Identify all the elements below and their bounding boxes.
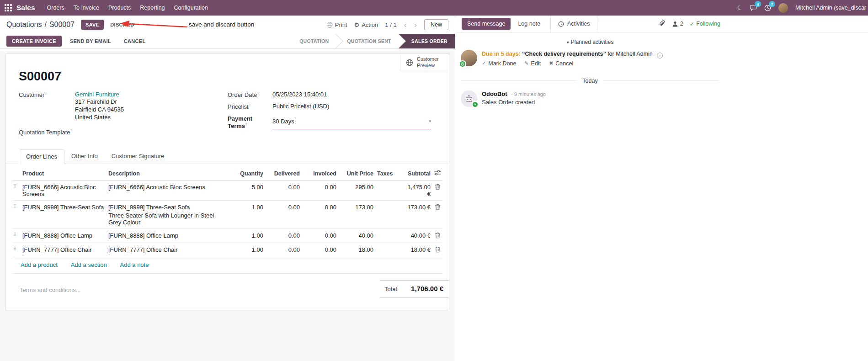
menu-reporting[interactable]: Reporting [135,0,169,16]
user-avatar[interactable] [778,3,788,13]
cell-quantity[interactable]: 1.00 [229,243,265,257]
user-name[interactable]: Mitchell Admin (save_discar [795,5,866,11]
add-note-link[interactable]: Add a note [120,261,149,268]
add-product-link[interactable]: Add a product [21,261,58,268]
customer-preview-button[interactable]: Customer Preview [400,54,449,71]
following-button[interactable]: ✓ Following [690,21,720,27]
drag-handle-icon[interactable]: ⠿ [12,201,21,229]
menu-to-invoice[interactable]: To Invoice [69,0,104,16]
cell-subtotal: 40.00 € [402,229,432,243]
cancel-button[interactable]: CANCEL [119,36,150,47]
pager: 1 / 1 [385,21,396,28]
help-icon: ? [257,91,259,96]
message-author: OdooBot [482,90,507,97]
cell-quantity[interactable]: 5.00 [229,180,265,201]
menu-products[interactable]: Products [104,0,135,16]
edit-activity-button[interactable]: ✎Edit [524,60,541,67]
pager-previous-button[interactable]: ‹ [404,21,407,29]
info-icon[interactable]: i [657,53,663,58]
globe-icon [406,59,413,66]
cell-taxes[interactable] [375,243,402,257]
activities-clock-icon[interactable]: 2 [764,5,771,11]
stage-quotation[interactable]: QUOTATION [288,34,336,48]
col-subtotal: Subtotal [402,166,432,180]
drag-handle-icon[interactable]: ⠿ [12,180,21,201]
cell-description[interactable]: [FURN_7777] Office Chair [107,243,229,257]
payment-terms-input[interactable]: 30 Days ▾ [272,115,431,129]
cell-taxes[interactable] [375,229,402,243]
action-button[interactable]: ⚙ Action [354,21,378,28]
messages-icon[interactable]: 4 [750,5,757,11]
pager-next-button[interactable]: › [414,21,417,29]
cell-taxes[interactable] [375,201,402,229]
tab-order-lines[interactable]: Order Lines [19,149,64,164]
discard-button[interactable]: DISCARD [110,22,134,27]
dropdown-caret-icon[interactable]: ▾ [429,119,431,123]
send-message-button[interactable]: Send message [462,18,511,30]
attachments-button[interactable] [659,20,666,28]
drag-handle-icon[interactable]: ⠿ [12,229,21,243]
sliders-icon [434,170,441,175]
cell-description[interactable]: [FURN_8888] Office Lamp [107,229,229,243]
cell-delivered: 0.00 [265,180,302,201]
cell-unit-price[interactable]: 40.00 [338,229,375,243]
cell-unit-price[interactable]: 295.00 [338,180,375,201]
table-row[interactable]: ⠿ [FURN_8888] Office Lamp [FURN_8888] Of… [12,229,442,243]
delete-line-button[interactable] [432,243,442,257]
planned-activities-header[interactable]: ▾Planned activities [455,39,725,45]
activities-tab[interactable]: Activities [550,16,597,32]
order-date-field[interactable]: 05/25/2023 15:40:01 [272,91,327,98]
optional-columns-button[interactable] [432,166,442,180]
dark-mode-moon-icon[interactable]: ☾ [737,4,743,11]
mark-done-button[interactable]: ✓Mark Done [482,60,516,67]
cell-description[interactable]: [FURN_8999] Three-Seat Sofa Three Seater… [107,201,229,229]
cell-taxes[interactable] [375,180,402,201]
send-by-email-button[interactable]: SEND BY EMAIL [65,36,116,47]
pricelist-field[interactable]: Public Pricelist (USD) [272,103,329,110]
delete-line-button[interactable] [432,229,442,243]
table-row[interactable]: ⠿ [FURN_8999] Three-Seat Sofa [FURN_8999… [12,201,442,229]
cell-quantity[interactable]: 1.00 [229,201,265,229]
cell-subtotal: 1,475.00 € [402,180,432,201]
pricelist-label: Pricelist? [228,103,272,110]
followers-button[interactable]: 2 [672,21,683,27]
table-header-row: Product Description Quantity Delivered I… [12,166,442,180]
drag-handle-icon[interactable]: ⠿ [12,243,21,257]
add-section-link[interactable]: Add a section [71,261,107,268]
save-button[interactable]: SAVE [81,20,104,30]
delete-line-button[interactable] [432,180,442,201]
cell-product[interactable]: [FURN_6666] Acoustic Bloc Screens [21,180,107,201]
cell-unit-price[interactable]: 18.00 [338,243,375,257]
customer-link[interactable]: Gemini Furniture [75,91,119,98]
tab-customer-signature[interactable]: Customer Signature [105,149,171,164]
odoo-sales-app: Sales Orders To Invoice Products Reporti… [0,0,868,361]
new-button[interactable]: New [424,19,448,30]
menu-orders[interactable]: Orders [43,0,69,16]
app-brand-sales[interactable]: Sales [16,4,35,12]
stage-sales-order[interactable]: SALES ORDER [399,34,455,48]
table-row[interactable]: ⠿ [FURN_7777] Office Chair [FURN_7777] O… [12,243,442,257]
delete-line-button[interactable] [432,201,442,229]
breadcrumb-quotations[interactable]: Quotations [6,21,42,29]
stage-quotation-sent[interactable]: QUOTATION SENT [336,34,399,48]
cell-product[interactable]: [FURN_8888] Office Lamp [21,229,107,243]
log-note-button[interactable]: Log note [518,21,540,27]
apps-menu-icon[interactable] [5,4,12,11]
planned-activity-item: Due in 5 days: “Check delivery requireme… [455,50,725,67]
cell-description[interactable]: [FURN_6666] Acoustic Bloc Screens [107,180,229,201]
cancel-activity-button[interactable]: ✖Cancel [549,60,573,67]
terms-placeholder[interactable]: Terms and conditions... [20,280,380,293]
breadcrumb: Quotations / S00007 [6,21,75,29]
customer-label: Customer? [19,91,75,121]
total-value: 1,706.00 € [411,285,443,292]
table-row[interactable]: ⠿ [FURN_6666] Acoustic Bloc Screens [FUR… [12,180,442,201]
print-button[interactable]: Print [326,21,347,28]
menu-configuration[interactable]: Configuration [170,0,213,16]
cell-unit-price[interactable]: 173.00 [338,201,375,229]
tab-other-info[interactable]: Other Info [64,149,105,164]
cell-product[interactable]: [FURN_8999] Three-Seat Sofa [21,201,107,229]
create-invoice-button[interactable]: CREATE INVOICE [6,36,62,47]
cell-product[interactable]: [FURN_7777] Office Chair [21,243,107,257]
cell-quantity[interactable]: 1.00 [229,229,265,243]
chatter-topbar-icons: 2 ✓ Following [659,20,725,28]
